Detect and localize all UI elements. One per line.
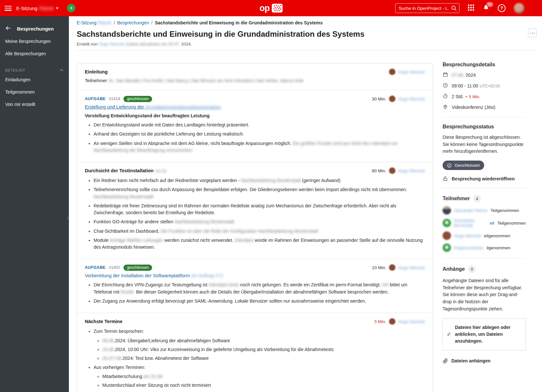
author-name-redacted[interactable]: Hugo Niessitz: [398, 319, 425, 324]
workpackage-link[interactable]: Vorbereitung der Installation der Softwa…: [85, 273, 425, 278]
sidebar-item-von-mir-erstellt[interactable]: Von mir erstellt: [0, 98, 69, 111]
workpackage-id[interactable]: #1414: [109, 97, 120, 101]
modules-grid-icon[interactable]: [468, 4, 474, 12]
closed-status-badge[interactable]: Geschlossen: [443, 161, 484, 170]
user-avatar[interactable]: [514, 3, 524, 14]
notes-list: Ein Redner kann nicht mehrfach auf der R…: [85, 177, 425, 251]
status-text: Diese Besprechung ist abgeschlossen. Sie…: [443, 134, 526, 155]
list-item: 08.08.2024: Übergabe/Lieferung der abnah…: [102, 337, 425, 344]
redacted-text: VL: Nat Mandel | Fra Krelle | Nat Nancy …: [108, 78, 303, 83]
author-name-redacted[interactable]: Hugo Niessitz: [398, 168, 425, 173]
list-item: 26./27.08.2024: Test bzw. Abnahmetest de…: [102, 355, 425, 362]
file-dropzone[interactable]: Dateien hier ablegen oder anklicken, um …: [443, 318, 526, 350]
notifications-bell-icon[interactable]: 23: [483, 4, 490, 12]
sidebar-item-einladungen[interactable]: Einladungen: [0, 73, 69, 86]
participant-row: Hugo Niessitzeilgenommen: [443, 231, 526, 240]
text-part: Die Einrichtung des VPN-Zugangs zur Test…: [94, 282, 209, 287]
participant-name-redacted[interactable]: Hugo Niessitz: [454, 233, 481, 238]
attachments-heading: Anhänge: [443, 266, 465, 272]
agenda-item-title: Durchsicht der Testinstallation: [85, 168, 154, 173]
author-name-redacted[interactable]: Hugo Niessitz: [398, 265, 425, 270]
created-byline: Erstellt von Hugo Niessitz Zuletzt aktua…: [77, 42, 537, 46]
author-name-redacted[interactable]: Hugo Niessitz: [398, 97, 425, 101]
text-part: Aus vorherigen Terminen:: [94, 365, 145, 370]
sidebar: Besprechungen Meine Besprechungen Alle B…: [0, 16, 69, 392]
participants-count-badge: 4: [473, 195, 481, 203]
redacted-text: (im Auftrag XY): [191, 273, 223, 278]
avatar: [443, 219, 451, 227]
participant-name-tail: elt: [490, 221, 494, 226]
updated-date-redacted: Zuletzt aktualisiert am 05.07.: [126, 42, 180, 46]
participant-name-redacted[interactable]: Alexander Petrov: [454, 208, 488, 213]
search-icon[interactable]: [451, 5, 457, 12]
list-item: Redebeiträge mit freier Zeitmessung sind…: [94, 203, 425, 216]
text-part: Mitarbeiterschulung: [102, 374, 143, 379]
list-item: 15.08.2024, 10:00 Uhr: Viko zur Kurzeinw…: [102, 346, 425, 353]
project-selector[interactable]: E-Sitzung Planck: [16, 6, 58, 11]
breadcrumb-project-link[interactable]: E-Sitzung Planck: [77, 20, 111, 25]
workpackage-type-label[interactable]: AUFGABE: [85, 97, 106, 101]
main-area: E-Sitzung Planck / Besprechungen / Sachs…: [69, 16, 542, 392]
workpackage-id[interactable]: #1402: [109, 265, 120, 270]
unlock-icon: [443, 176, 448, 181]
text-part: .2024: Übergabe/Lieferung der abnahmefäh…: [114, 338, 230, 343]
chevron-up-icon: [59, 68, 64, 72]
search-input[interactable]: [395, 3, 459, 13]
paperclip-icon: [443, 358, 448, 364]
meeting-sidebar: Besprechungsdetails 07.08. 202409:00 - 1…: [443, 62, 526, 377]
redacted-text: Grundadministrationsdokumentation: [145, 104, 221, 110]
list-item: Teilnehmereinrichtung sollte csv durch A…: [94, 186, 425, 200]
more-actions-button[interactable]: ⋯: [528, 29, 537, 37]
global-add-button[interactable]: +: [67, 4, 75, 12]
back-arrow-icon[interactable]: [5, 25, 11, 32]
sidebar-group-beteiligt[interactable]: BETEILIGT: [0, 65, 69, 73]
hamburger-menu-icon[interactable]: [5, 6, 12, 11]
agenda-item-meta-right: 10 Min.Hugo Niessitz: [372, 264, 425, 271]
workpackage-type-label[interactable]: AUFGABE: [85, 265, 106, 270]
agenda-item-header-left: Nächste Termine: [85, 319, 123, 324]
text-part: Erstellung und Lieferung der: [85, 104, 145, 110]
agenda-item: Durchsicht der Testinstallation(v1.5)80 …: [77, 162, 433, 259]
author-name-redacted[interactable]: Hugo Niessitz: [398, 70, 425, 74]
attach-files-button[interactable]: Dateien anhängen: [443, 358, 526, 364]
openproject-logo[interactable]: op: [260, 4, 283, 13]
check-circle-icon: [447, 163, 452, 168]
detail-row: 09:00 - 11:00UTC+02:00: [443, 83, 526, 89]
breadcrumb-separator: /: [114, 20, 115, 25]
participant-status: ilgenommen: [487, 245, 511, 250]
sidebar-item-teilgenommen[interactable]: Teilgenommen: [0, 86, 69, 98]
text-part: Vorstellung Entwicklungsstand der beauft…: [85, 113, 210, 118]
help-icon[interactable]: ?: [498, 4, 506, 12]
breadcrumb-meetings-link[interactable]: Besprechungen: [117, 20, 149, 25]
workpackage-status-badge: geschlossen: [123, 96, 152, 102]
text-part: + 5 Min.: [465, 94, 481, 99]
sidebar-item-meine-besprechungen[interactable]: Meine Besprechungen: [0, 35, 69, 47]
sidebar-item-alle-besprechungen[interactable]: Alle Besprechungen: [0, 47, 69, 60]
redacted-text: HH: [382, 282, 389, 287]
reopen-meeting-button[interactable]: Besprechung wiedereröffnen: [443, 176, 526, 181]
sidebar-resize-handle[interactable]: ‖: [67, 216, 69, 220]
avatar: [389, 264, 395, 271]
redacted-text: Nachbearbeitung Musterstadt: [241, 178, 301, 183]
text-part: Zum Termin besprochen:: [94, 329, 144, 334]
list-item: Funktion GO-Anträge für andere stellen N…: [94, 218, 425, 225]
participant-name-redacted[interactable]: Regina Kessler: [454, 245, 484, 250]
logo-pixel-box: [272, 4, 283, 13]
participant-name-redacted[interactable]: Konstantin Bernholdt: [454, 218, 487, 228]
text-part: UTC+02:00: [480, 84, 500, 88]
redacted-text: 08.08: [102, 338, 114, 343]
participant-status: Teilgenommen: [497, 221, 526, 226]
text-part: 2024: [466, 72, 476, 78]
text-part: Funktion GO-Anträge für andere stellen: [94, 219, 174, 224]
notes-paragraph: Vorstellung Entwicklungsstand der beauft…: [85, 113, 425, 118]
status-heading: Besprechungsstatus: [443, 124, 526, 130]
agenda-item-meta-right: 30 Min.Hugo Niessitz: [372, 96, 425, 102]
list-item: Ein Redner kann nicht mehrfach auf der R…: [94, 177, 425, 184]
workpackage-link[interactable]: Erstellung und Lieferung der Grundadmini…: [85, 104, 425, 110]
participants-heading: Teilnehmer: [443, 196, 470, 202]
agenda-item-header-left: Durchsicht der Testinstallation(v1.5): [85, 168, 166, 173]
project-label: E-Sitzung: [16, 6, 37, 11]
agenda-item: EinleitungHugo NiessitzTeilnehmer VL: Na…: [77, 63, 433, 90]
text-part: noch nicht gelungen. Es werde ein Zertif…: [239, 282, 382, 287]
detail-row: 2 Std.+ 5 Min.: [443, 93, 526, 100]
